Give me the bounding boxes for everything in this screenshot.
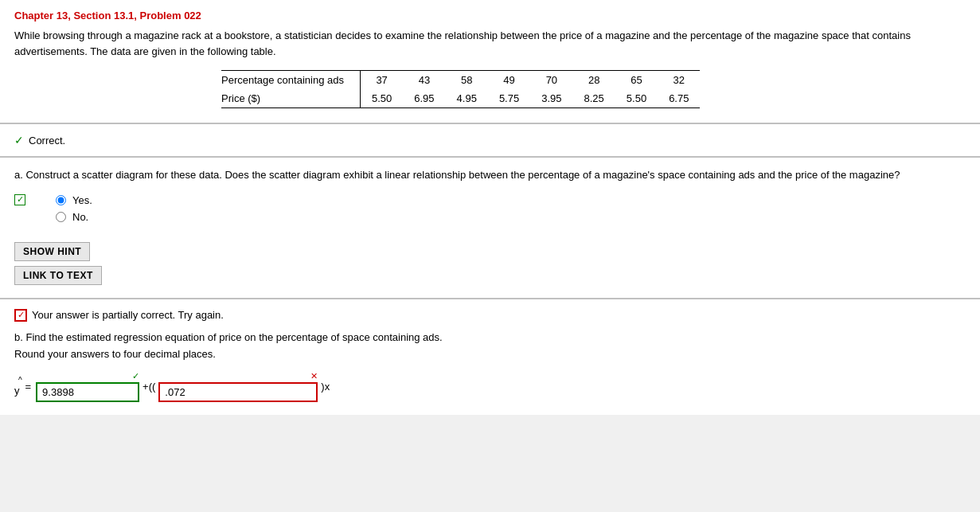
equals-sign: = bbox=[25, 381, 32, 393]
input2-field[interactable] bbox=[158, 382, 318, 402]
cell-2-3: 4.95 bbox=[446, 89, 488, 108]
problem-title: Chapter 13, Section 13.1, Problem 022 bbox=[14, 10, 966, 21]
cell-1-2: 43 bbox=[403, 71, 445, 90]
input1-check-icon: ✓ bbox=[132, 371, 139, 381]
y-symbol: y bbox=[14, 385, 20, 397]
correct-section: ✓ Correct. bbox=[0, 124, 980, 158]
data-table: Percentage containing ads 37 43 58 49 70… bbox=[221, 70, 700, 108]
radio-no[interactable] bbox=[56, 212, 66, 222]
row-label-1: Percentage containing ads bbox=[221, 71, 360, 90]
radio-yes-label: Yes. bbox=[72, 194, 92, 206]
equation-row: ^ y = ✓ +(( ✕ )x bbox=[14, 371, 966, 402]
y-hat-caret: ^ bbox=[18, 376, 22, 385]
x-label: )x bbox=[321, 381, 330, 393]
cell-2-2: 6.95 bbox=[403, 89, 445, 108]
cell-2-6: 8.25 bbox=[573, 89, 615, 108]
problem-description: While browsing through a magazine rack a… bbox=[14, 28, 966, 59]
row-label-2: Price ($) bbox=[221, 89, 360, 108]
partial-correct-row: ✓ Your answer is partially correct. Try … bbox=[14, 309, 966, 322]
cell-2-5: 3.95 bbox=[530, 89, 572, 108]
cell-2-4: 5.75 bbox=[488, 89, 530, 108]
partial-correct-text: Your answer is partially correct. Try ag… bbox=[32, 309, 224, 321]
cell-1-6: 28 bbox=[573, 71, 615, 90]
link-to-text-button[interactable]: LINK TO TEXT bbox=[14, 266, 102, 285]
radio-yes[interactable] bbox=[56, 195, 66, 205]
correct-label: Correct. bbox=[29, 135, 65, 147]
radio-no-row[interactable]: No. bbox=[56, 211, 92, 223]
data-table-wrapper: Percentage containing ads 37 43 58 49 70… bbox=[221, 70, 966, 108]
problem-section: Chapter 13, Section 13.1, Problem 022 Wh… bbox=[0, 0, 980, 124]
table-row: Percentage containing ads 37 43 58 49 70… bbox=[221, 71, 700, 90]
part-a-section: a. Construct a scatter diagram for these… bbox=[0, 158, 980, 299]
part-b-section: ✓ Your answer is partially correct. Try … bbox=[0, 299, 980, 415]
cell-1-4: 49 bbox=[488, 71, 530, 90]
cell-1-3: 58 bbox=[446, 71, 488, 90]
part-a-question: a. Construct a scatter diagram for these… bbox=[14, 167, 966, 183]
part-a-checkmark-icon: ✓ bbox=[14, 194, 25, 205]
cell-1-8: 32 bbox=[658, 71, 700, 90]
input2-wrapper: ✕ bbox=[158, 371, 318, 402]
part-b-question: b. Find the estimated regression equatio… bbox=[14, 331, 966, 343]
cell-1-7: 65 bbox=[615, 71, 658, 90]
cell-2-8: 6.75 bbox=[658, 89, 700, 108]
show-hint-button[interactable]: SHOW HINT bbox=[14, 242, 90, 261]
buttons-row: SHOW HINT LINK TO TEXT bbox=[14, 242, 966, 285]
plus-paren-label: +(( bbox=[143, 381, 155, 393]
cell-2-7: 5.50 bbox=[615, 89, 658, 108]
input1-wrapper: ✓ bbox=[36, 371, 139, 402]
partial-correct-icon: ✓ bbox=[14, 309, 27, 322]
correct-checkmark-icon: ✓ bbox=[14, 134, 24, 147]
radio-no-label: No. bbox=[72, 211, 88, 223]
radio-yes-row[interactable]: Yes. bbox=[56, 194, 92, 206]
cell-2-1: 5.50 bbox=[360, 89, 403, 108]
cell-1-1: 37 bbox=[360, 71, 403, 90]
cell-1-5: 70 bbox=[530, 71, 572, 90]
round-note: Round your answers to four decimal place… bbox=[14, 348, 966, 360]
input2-check-icon: ✕ bbox=[310, 371, 318, 381]
radio-group: Yes. No. bbox=[56, 194, 92, 223]
input1-field[interactable] bbox=[36, 382, 139, 402]
table-row: Price ($) 5.50 6.95 4.95 5.75 3.95 8.25 … bbox=[221, 89, 700, 108]
